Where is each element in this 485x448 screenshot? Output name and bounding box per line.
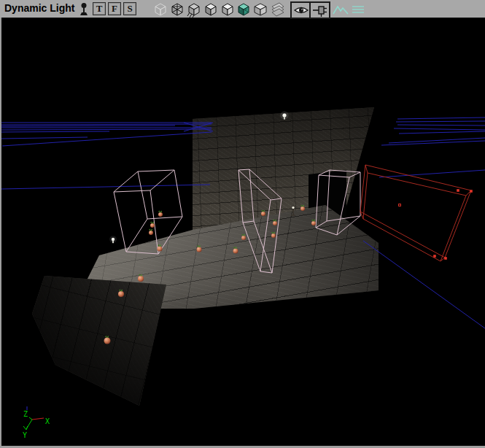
- axis-indicator: ZXY: [23, 406, 50, 439]
- scene-overlay: ZXY: [0, 18, 485, 448]
- textured-teal-cube-icon[interactable]: [236, 1, 252, 17]
- candle-actor[interactable]: [291, 206, 295, 215]
- light-actor[interactable]: [109, 236, 117, 243]
- viewport-title: Dynamic Light: [4, 2, 74, 14]
- viewport-canvas[interactable]: ZXY: [0, 18, 485, 448]
- vertex-handle[interactable]: [433, 255, 436, 258]
- shaded-cube-icon[interactable]: [203, 1, 219, 17]
- wired-cube-icon[interactable]: [186, 1, 202, 17]
- menu-lines-icon[interactable]: [350, 1, 366, 17]
- plug-icon[interactable]: [309, 1, 330, 19]
- viewport-titlebar[interactable]: Dynamic Light T F S: [0, 0, 485, 18]
- joystick-icon[interactable]: [78, 1, 90, 17]
- stacked-sheets-icon[interactable]: [270, 1, 286, 17]
- letter-button-t[interactable]: T: [93, 2, 106, 15]
- sliced-cube-icon[interactable]: [169, 1, 185, 17]
- light-cube-icon[interactable]: [220, 1, 236, 17]
- mountain-icon[interactable]: [333, 1, 349, 17]
- brush-wireframe-pink[interactable]: [316, 170, 360, 235]
- viewport-window: Dynamic Light T F S: [0, 0, 485, 448]
- vertex-handle[interactable]: [444, 257, 447, 260]
- brush-wireframe-pink[interactable]: [114, 170, 182, 254]
- axis-label-x: X: [45, 417, 50, 425]
- apple-pickups[interactable]: [104, 205, 317, 344]
- brush-wireframe-selected[interactable]: [360, 165, 473, 261]
- vertex-handle[interactable]: [457, 189, 459, 192]
- wire-cube-icon[interactable]: [152, 1, 168, 17]
- brush-pivot[interactable]: [399, 204, 401, 206]
- letter-button-f[interactable]: F: [108, 2, 121, 15]
- light-actor[interactable]: [280, 111, 288, 119]
- axis-label-y: Y: [23, 431, 27, 439]
- eye-icon[interactable]: [290, 1, 311, 19]
- vertex-handle[interactable]: [470, 190, 473, 193]
- window-border-left: [0, 18, 1, 446]
- letter-button-s[interactable]: S: [123, 2, 136, 15]
- smooth-cube-icon[interactable]: [252, 1, 268, 17]
- axis-label-z: Z: [23, 410, 28, 418]
